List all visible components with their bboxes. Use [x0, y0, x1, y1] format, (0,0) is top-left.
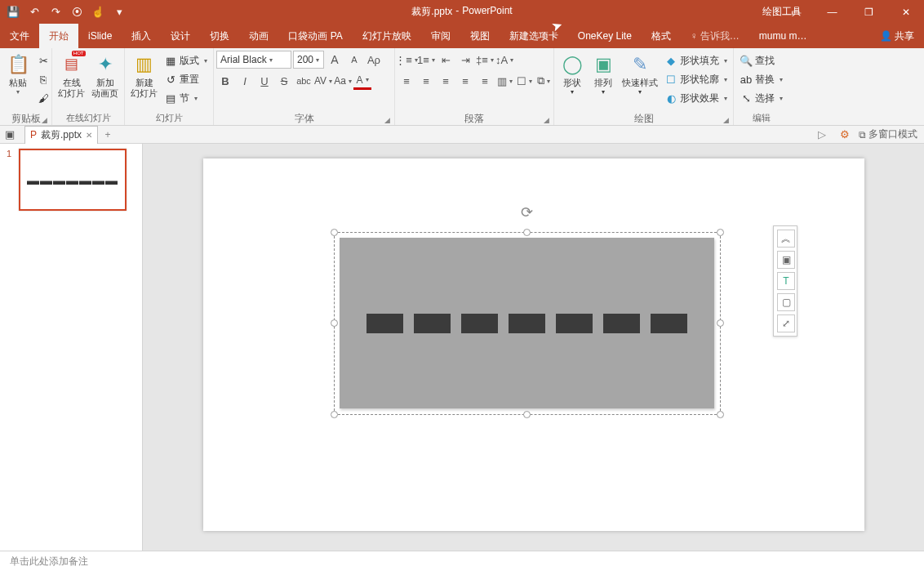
- select-button[interactable]: ⤡选择▾: [736, 89, 786, 107]
- dialog-launcher-icon[interactable]: ◢: [384, 116, 390, 124]
- float-text-button[interactable]: T: [777, 272, 795, 290]
- bold-button[interactable]: B: [216, 72, 234, 90]
- resize-handle-se[interactable]: [717, 411, 724, 418]
- layout-button[interactable]: ▦版式▾: [161, 51, 211, 69]
- format-painter-button[interactable]: 🖌: [33, 89, 53, 107]
- float-align-button[interactable]: ▣: [777, 251, 795, 269]
- play-icon[interactable]: ▷: [813, 126, 831, 144]
- save-button[interactable]: 💾: [3, 2, 23, 22]
- slide-thumbnail-panel[interactable]: 1 ▬▬▬▬▬▬▬: [0, 144, 143, 551]
- grow-font-button[interactable]: A: [326, 51, 344, 69]
- increase-indent-button[interactable]: ⇥: [456, 51, 474, 69]
- resize-handle-nw[interactable]: [331, 229, 338, 236]
- cut-button[interactable]: ✂: [33, 51, 53, 69]
- align-center-button[interactable]: ≡: [417, 72, 435, 90]
- account-label[interactable]: mumu m…: [749, 24, 817, 48]
- char-spacing-button[interactable]: AV▾: [314, 72, 332, 90]
- resize-handle-n[interactable]: [523, 229, 531, 236]
- online-slides-button[interactable]: ▤HOT 在线 幻灯片: [55, 50, 88, 100]
- paste-button[interactable]: 📋 粘贴 ▾: [2, 50, 33, 98]
- settings-gear-icon[interactable]: ⚙: [836, 126, 854, 144]
- arrange-button[interactable]: ▣ 排列▾: [588, 50, 619, 98]
- underline-button[interactable]: U: [255, 72, 273, 90]
- text-direction-button[interactable]: ↕A▾: [495, 51, 513, 69]
- resize-handle-e[interactable]: [717, 319, 724, 327]
- resize-handle-ne[interactable]: [717, 229, 724, 236]
- close-tab-icon[interactable]: ✕: [86, 131, 92, 140]
- selected-shape[interactable]: [340, 238, 714, 408]
- tell-me-input[interactable]: ♀ 告诉我…: [681, 24, 749, 48]
- resize-handle-w[interactable]: [331, 319, 338, 327]
- undo-button[interactable]: ↶: [24, 2, 44, 22]
- quick-styles-button[interactable]: ✎ 快速样式▾: [619, 50, 661, 98]
- new-document-tab[interactable]: +: [100, 127, 116, 143]
- columns-button[interactable]: ▥▾: [495, 72, 513, 90]
- new-animation-page-button[interactable]: ✦ 新加 动画页: [88, 50, 122, 100]
- tab-islide[interactable]: iSlide: [78, 24, 122, 48]
- shape-outline-button[interactable]: ☐形状轮廓▾: [661, 70, 731, 88]
- justify-button[interactable]: ≡: [456, 72, 474, 90]
- document-tab[interactable]: P 裁剪.pptx ✕: [24, 126, 98, 144]
- tab-animations[interactable]: 动画: [239, 24, 278, 48]
- bullets-button[interactable]: ⋮≡▾: [398, 51, 415, 69]
- slide-editor[interactable]: ⟳ ︽ ▣ T ▢ ⤢: [143, 144, 924, 551]
- new-slide-button[interactable]: ▥ 新建 幻灯片: [127, 50, 161, 100]
- tab-onekey[interactable]: OneKey Lite: [568, 24, 642, 48]
- tab-newtab[interactable]: 新建选项卡: [500, 24, 568, 48]
- distribute-button[interactable]: ≡: [476, 72, 494, 90]
- replace-button[interactable]: ab替换▾: [736, 70, 786, 88]
- rotation-handle-icon[interactable]: ⟳: [521, 203, 533, 221]
- multi-window-mode-button[interactable]: ⧉ 多窗口模式: [859, 127, 917, 141]
- tab-review[interactable]: 审阅: [421, 24, 460, 48]
- restore-button[interactable]: ❐: [851, 0, 887, 24]
- float-collapse-button[interactable]: ︽: [777, 230, 795, 248]
- copy-button[interactable]: ⎘: [33, 70, 53, 88]
- tab-insert[interactable]: 插入: [122, 24, 161, 48]
- display-mode-button[interactable]: ▣: [0, 126, 20, 144]
- tab-view[interactable]: 视图: [460, 24, 500, 48]
- tab-slideshow[interactable]: 幻灯片放映: [353, 24, 421, 48]
- redo-button[interactable]: ↷: [46, 2, 65, 22]
- text-shadow-button[interactable]: abc: [295, 72, 313, 90]
- align-right-button[interactable]: ≡: [437, 72, 455, 90]
- smartart-button[interactable]: ⧉▾: [535, 72, 553, 90]
- line-spacing-button[interactable]: ‡≡▾: [476, 51, 494, 69]
- shrink-font-button[interactable]: A: [345, 51, 363, 69]
- dialog-launcher-icon[interactable]: ◢: [42, 116, 47, 124]
- share-button[interactable]: 👤 共享: [870, 24, 924, 48]
- section-button[interactable]: ▤节▾: [161, 89, 211, 107]
- ribbon-display-options[interactable]: ▭: [777, 0, 814, 24]
- tab-pocket-animation[interactable]: 口袋动画 PA: [278, 24, 352, 48]
- find-button[interactable]: 🔍查找: [736, 51, 786, 69]
- shape-effects-button[interactable]: ◐形状效果▾: [661, 89, 731, 107]
- font-name-combo[interactable]: Arial Black▾: [216, 51, 291, 69]
- tab-transitions[interactable]: 切换: [200, 24, 239, 48]
- dialog-launcher-icon[interactable]: ◢: [723, 116, 729, 124]
- resize-handle-s[interactable]: [523, 411, 531, 418]
- qat-customize-button[interactable]: ▾: [109, 2, 129, 22]
- shape-fill-button[interactable]: ◆形状填充▾: [661, 51, 731, 69]
- strike-button[interactable]: S: [275, 72, 293, 90]
- numbering-button[interactable]: 1≡▾: [417, 51, 435, 69]
- slide-thumbnail[interactable]: ▬▬▬▬▬▬▬: [19, 149, 127, 211]
- font-size-combo[interactable]: 200▾: [293, 51, 324, 69]
- dialog-launcher-icon[interactable]: ◢: [544, 116, 549, 124]
- start-from-beginning-button[interactable]: ⦿: [67, 2, 87, 22]
- clear-formatting-button[interactable]: Aρ: [365, 51, 383, 69]
- tab-home[interactable]: 开始: [39, 24, 78, 48]
- resize-handle-sw[interactable]: [331, 411, 338, 418]
- italic-button[interactable]: I: [236, 72, 254, 90]
- align-left-button[interactable]: ≡: [398, 72, 415, 90]
- reset-button[interactable]: ↺重置: [161, 70, 211, 88]
- minimize-button[interactable]: —: [814, 0, 851, 24]
- change-case-button[interactable]: Aa▾: [334, 72, 352, 90]
- tab-file[interactable]: 文件: [0, 24, 39, 48]
- shapes-button[interactable]: ◯ 形状▾: [557, 50, 588, 98]
- float-layer-button[interactable]: ▢: [777, 293, 795, 311]
- font-color-button[interactable]: A▾: [353, 72, 371, 90]
- close-button[interactable]: ✕: [887, 0, 924, 24]
- slide-canvas[interactable]: ⟳: [203, 158, 864, 531]
- align-text-button[interactable]: ☐▾: [515, 72, 533, 90]
- notes-pane[interactable]: 单击此处添加备注: [0, 551, 924, 571]
- decrease-indent-button[interactable]: ⇤: [437, 51, 455, 69]
